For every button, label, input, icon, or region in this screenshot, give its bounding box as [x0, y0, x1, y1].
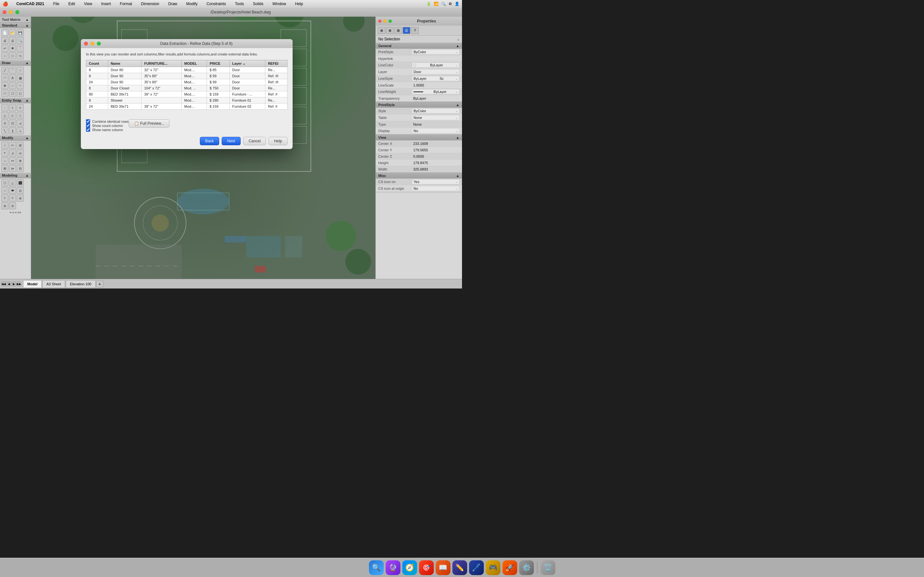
drawing-area[interactable]: Data Extraction - Refine Data (Step 5 of…	[31, 17, 375, 279]
circle-draw-tool[interactable]: ○	[17, 67, 24, 74]
print2-tool[interactable]: 🖨	[9, 37, 16, 44]
model8[interactable]: ⌖	[9, 195, 16, 201]
section-standard[interactable]: Standard ▲	[0, 23, 31, 28]
print-style-value[interactable]: ByColor ⌄	[412, 49, 459, 55]
dialog-minimize[interactable]	[90, 42, 94, 45]
next-button[interactable]: Next	[222, 137, 241, 145]
circle-tool[interactable]: ○	[1, 52, 8, 59]
prop-tool3[interactable]: ⊞	[394, 27, 402, 34]
checkbox-combine-input[interactable]	[86, 119, 90, 123]
layer-value[interactable]: Door ⌄	[412, 69, 459, 74]
scroll-left[interactable]: ◀	[6, 282, 11, 286]
line-weight-value[interactable]: ByLayer ⌄	[412, 89, 459, 94]
menu-format[interactable]: Format	[118, 1, 134, 7]
model10[interactable]: ⊜	[1, 202, 8, 210]
model3[interactable]: ⬛	[17, 179, 24, 186]
tab-model[interactable]: Model	[23, 280, 42, 288]
undo-tool[interactable]: ↩	[1, 45, 8, 52]
rect-tool[interactable]: □	[9, 52, 16, 59]
col-model[interactable]: MODEL	[182, 60, 207, 67]
snap10[interactable]: ╲	[1, 127, 8, 134]
model4[interactable]: ○	[1, 187, 8, 194]
section-modify[interactable]: Modify ▲	[0, 135, 31, 141]
checkbox-count-label[interactable]: Show count column	[92, 124, 123, 127]
snap-tool[interactable]: ✚	[9, 45, 16, 52]
scroll-left-left[interactable]: ◀◀	[1, 282, 6, 286]
snap6[interactable]: □	[17, 112, 24, 119]
menu-draw[interactable]: Draw	[166, 1, 179, 7]
zoom-tool[interactable]: 🔍	[17, 37, 24, 44]
control-center-icon[interactable]: ⚙	[449, 2, 452, 6]
section-entity-snap[interactable]: Entity Snap ▲	[0, 98, 31, 103]
mod6[interactable]: ⌯	[17, 149, 24, 156]
misc-section-header[interactable]: Misc ▲	[376, 173, 462, 179]
print-style-section-header[interactable]: PrintStyle ▲	[376, 102, 462, 108]
scroll-right-right[interactable]: ▶▶	[17, 282, 21, 286]
menu-view[interactable]: View	[82, 1, 94, 7]
mod1[interactable]: ↕	[1, 142, 8, 149]
new-tool[interactable]: 📄	[1, 29, 8, 36]
ellipse-tool[interactable]: ⬭	[1, 90, 8, 97]
snap9[interactable]: ⊿	[17, 119, 24, 127]
dialog-close[interactable]	[84, 42, 88, 45]
prop-zoom[interactable]	[389, 19, 392, 23]
snap3[interactable]: ×	[17, 104, 24, 111]
menu-file[interactable]: File	[51, 1, 61, 7]
hatch-tool[interactable]: ▦	[17, 74, 24, 81]
menu-modify[interactable]: Modify	[184, 1, 199, 7]
mod12[interactable]: ⊟	[17, 165, 24, 172]
checkbox-name-input[interactable]	[86, 127, 90, 132]
menu-corelcad[interactable]: CorelCAD 2021	[15, 1, 46, 7]
col-count[interactable]: Count	[86, 60, 108, 67]
arc-draw-tool[interactable]: ◠	[1, 74, 8, 81]
minimize-button[interactable]	[9, 10, 13, 14]
menu-solids[interactable]: Solids	[251, 1, 265, 7]
section-modeling[interactable]: Modeling ▲	[0, 173, 31, 178]
mod7[interactable]: ↔	[1, 157, 8, 164]
spline-tool[interactable]: ~	[17, 82, 24, 89]
prop-minimize[interactable]	[383, 19, 387, 23]
dimension-tool[interactable]: ↔	[9, 82, 16, 89]
save-tool[interactable]: 💾	[17, 29, 24, 36]
apple-menu[interactable]: 🍎	[3, 1, 8, 6]
prop-list-icon[interactable]: ☰	[403, 27, 410, 34]
snap2[interactable]: +	[9, 104, 16, 111]
checkbox-count-input[interactable]	[86, 123, 90, 127]
line-tool[interactable]: ╱	[1, 67, 8, 74]
model9[interactable]: ⊛	[17, 195, 24, 201]
model7[interactable]: ⌗	[1, 195, 8, 201]
prop-close[interactable]	[378, 19, 381, 23]
col-layer[interactable]: Layer ▲	[229, 60, 265, 67]
checkbox-combine-label[interactable]: Combine identical rows	[92, 119, 129, 123]
model11[interactable]: ⊝	[9, 202, 16, 210]
mod10[interactable]: ⊞	[1, 165, 8, 172]
menu-tools[interactable]: Tools	[233, 1, 246, 7]
col-price[interactable]: PRICE	[207, 60, 229, 67]
ps-table-value[interactable]: None ⌄	[412, 115, 459, 120]
snap5[interactable]: ◇	[9, 112, 16, 119]
add-tab-button[interactable]: +	[96, 280, 103, 287]
cancel-button[interactable]: Cancel	[243, 137, 266, 145]
tab-elevation[interactable]: Elevation 100	[66, 280, 95, 288]
menu-edit[interactable]: Edit	[66, 1, 77, 7]
model6[interactable]: ◎	[17, 187, 24, 194]
full-preview-button[interactable]: 📋 Full Preview...	[129, 119, 170, 127]
polyline-tool[interactable]: ⌒	[9, 67, 16, 74]
tool-panel-scroll[interactable]: ▲	[25, 18, 29, 21]
mod5[interactable]: ⊿	[9, 149, 16, 156]
snap12[interactable]: ⊥	[17, 127, 24, 134]
cs-icon-origin-value[interactable]: No ⌄	[412, 186, 459, 191]
wipeout-tool[interactable]: ◻	[17, 90, 24, 97]
close-button[interactable]	[3, 10, 6, 14]
maximize-button[interactable]	[15, 10, 19, 14]
snap11[interactable]: ∥	[9, 127, 16, 134]
menu-window[interactable]: Window	[270, 1, 288, 7]
text-tool[interactable]: A	[9, 74, 16, 81]
print-tool[interactable]: 🖨	[1, 37, 8, 44]
cs-icon-on-value[interactable]: Yes ⌄	[412, 179, 459, 184]
redo-tool[interactable]: ↪	[17, 52, 24, 59]
snap4[interactable]: △	[1, 112, 8, 119]
general-section-header[interactable]: General ▲	[376, 43, 462, 49]
dialog-zoom[interactable]	[97, 42, 101, 45]
back-button[interactable]: Back	[200, 137, 220, 145]
